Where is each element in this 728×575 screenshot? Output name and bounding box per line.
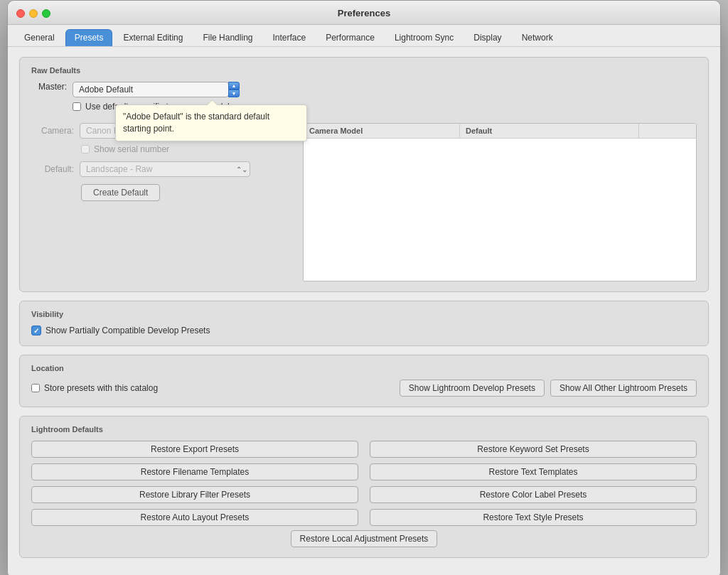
tab-interface[interactable]: Interface — [263, 29, 315, 46]
table-col-default: Default — [460, 124, 639, 138]
restore-color-label-button[interactable]: Restore Color Label Presets — [370, 486, 697, 503]
visibility-row: Show Partially Compatible Develop Preset… — [31, 326, 697, 335]
location-row: Store presets with this catalog Show Lig… — [31, 380, 697, 397]
preferences-window: Preferences General Presets External Edi… — [7, 0, 721, 575]
table-col-extra — [639, 124, 696, 138]
show-serial-checkbox[interactable] — [81, 145, 90, 154]
restore-keyword-button[interactable]: Restore Keyword Set Presets — [370, 441, 697, 458]
default-select[interactable]: Landscape - Raw — [80, 161, 250, 177]
restore-export-button[interactable]: Restore Export Presets — [31, 441, 358, 458]
restore-text-button[interactable]: Restore Text Templates — [370, 463, 697, 480]
tab-presets[interactable]: Presets — [65, 29, 113, 46]
tab-display[interactable]: Display — [464, 29, 510, 46]
master-tooltip: "Adobe Default" is the standard default … — [115, 104, 307, 141]
stepper-down[interactable]: ▼ — [228, 90, 240, 97]
master-label: Master: — [31, 82, 67, 92]
show-serial-row: Show serial number — [81, 144, 294, 154]
close-button[interactable] — [16, 9, 25, 18]
restore-library-button[interactable]: Restore Library Filter Presets — [31, 486, 358, 503]
location-section: Location Store presets with this catalog… — [19, 355, 709, 407]
title-bar: Preferences — [8, 1, 720, 25]
stepper-up[interactable]: ▲ — [228, 82, 240, 90]
visibility-title: Visibility — [31, 310, 697, 318]
restore-auto-layout-button[interactable]: Restore Auto Layout Presets — [31, 509, 358, 526]
show-develop-presets-button[interactable]: Show Lightroom Develop Presets — [400, 380, 545, 397]
tab-network[interactable]: Network — [513, 29, 562, 46]
minimize-button[interactable] — [29, 9, 38, 18]
create-default-button[interactable]: Create Default — [81, 184, 160, 201]
restore-local-adjustment-button[interactable]: Restore Local Adjustment Presets — [291, 530, 438, 547]
left-panel: Camera: Canon EOS 5D Mark III ⌃⌄ — [31, 123, 294, 281]
raw-defaults-title: Raw Defaults — [31, 66, 697, 75]
restore-filename-button[interactable]: Restore Filename Templates — [31, 463, 358, 480]
default-label: Default: — [31, 164, 74, 174]
tab-lightroom-sync[interactable]: Lightroom Sync — [385, 29, 463, 46]
default-select-wrapper: Landscape - Raw ⌃⌄ — [80, 161, 250, 177]
store-presets-label: Store presets with this catalog — [44, 383, 158, 393]
lightroom-defaults-title: Lightroom Defaults — [31, 425, 697, 434]
restore-local-wrapper: Restore Local Adjustment Presets — [31, 530, 697, 547]
tab-general[interactable]: General — [15, 29, 64, 46]
default-field-row: Default: Landscape - Raw ⌃⌄ — [31, 161, 294, 177]
master-row: Master: Adobe Default ▲ ▼ — [31, 82, 697, 97]
raw-defaults-section: Raw Defaults Master: Adobe Default ▲ ▼ — [19, 57, 709, 292]
store-presets-checkbox[interactable] — [31, 384, 40, 392]
restore-text-style-button[interactable]: Restore Text Style Presets — [370, 509, 697, 526]
maximize-button[interactable] — [42, 9, 50, 18]
window-title: Preferences — [338, 8, 390, 18]
camera-defaults-table: Camera Model Default — [303, 123, 697, 281]
tab-external-editing[interactable]: External Editing — [114, 29, 192, 46]
table-header: Camera Model Default — [304, 124, 696, 139]
show-other-presets-button[interactable]: Show All Other Lightroom Presets — [550, 380, 697, 397]
use-defaults-checkbox[interactable] — [73, 102, 81, 111]
tab-file-handling[interactable]: File Handling — [193, 29, 262, 46]
traffic-lights — [16, 9, 50, 18]
location-title: Location — [31, 364, 697, 372]
content-area: Raw Defaults Master: Adobe Default ▲ ▼ — [8, 47, 720, 575]
raw-defaults-content: Camera: Canon EOS 5D Mark III ⌃⌄ — [31, 123, 697, 281]
visibility-section: Visibility Show Partially Compatible Dev… — [19, 301, 709, 346]
master-select-wrapper: Adobe Default ▲ ▼ — [73, 82, 240, 97]
location-buttons: Show Lightroom Develop Presets Show All … — [400, 380, 697, 397]
location-left: Store presets with this catalog — [31, 383, 392, 393]
show-partially-checkbox[interactable] — [31, 326, 41, 335]
lightroom-defaults-grid: Restore Export Presets Restore Keyword S… — [31, 441, 697, 526]
show-partially-label: Show Partially Compatible Develop Preset… — [46, 326, 210, 335]
tab-bar: General Presets External Editing File Ha… — [8, 25, 720, 47]
master-stepper: ▲ ▼ — [228, 82, 240, 97]
table-col-camera-model: Camera Model — [304, 124, 460, 138]
master-select[interactable]: Adobe Default — [73, 82, 229, 97]
tab-performance[interactable]: Performance — [316, 29, 384, 46]
table-body — [304, 139, 696, 281]
lightroom-defaults-section: Lightroom Defaults Restore Export Preset… — [19, 416, 709, 558]
show-serial-label: Show serial number — [94, 144, 169, 154]
create-default-wrapper: Create Default — [31, 184, 294, 201]
camera-label: Camera: — [31, 126, 74, 136]
